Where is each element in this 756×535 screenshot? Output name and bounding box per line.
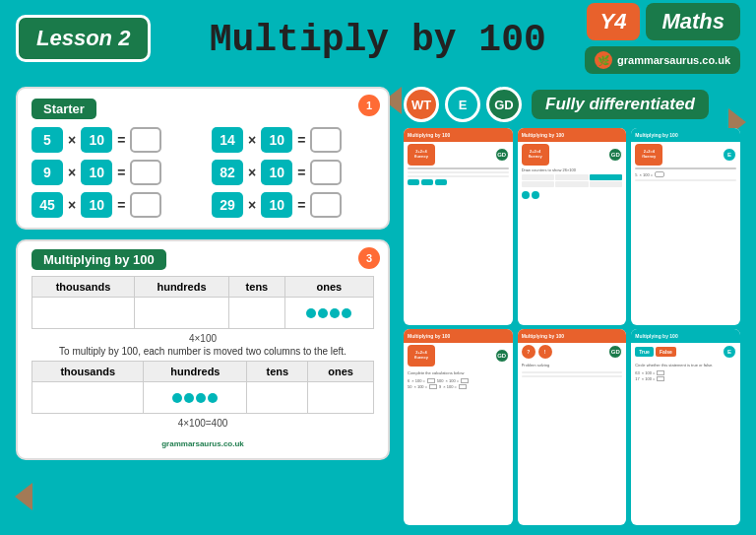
ws-3-logo: 2+2=4fluency (635, 144, 662, 166)
cell2-o1 (308, 382, 374, 414)
math-row-2: 9 × 10 = 82 × 10 = (32, 160, 374, 185)
label-4x100: 4×100 (32, 333, 374, 344)
place-value-table-1: thousands hundreds tens ones (32, 276, 374, 329)
num-45: 45 (32, 192, 63, 218)
times-1: × (68, 132, 76, 148)
title-bold-text: 100 (478, 19, 545, 61)
dot-4 (342, 308, 351, 318)
times-3: × (68, 197, 76, 213)
worksheet-4[interactable]: Multiplying by 100 2+2=4fluency GD Compl… (404, 329, 513, 526)
worksheet-2[interactable]: Multiplying by 100 2+2=4fluency GD Draw … (518, 128, 627, 325)
problem-r3: 29 × 10 = (212, 192, 374, 218)
answer-r1[interactable] (310, 127, 342, 153)
num-10-2: 10 (81, 160, 112, 185)
ws-1-title: Multiplying by 100 (408, 132, 450, 138)
lesson-badge: Lesson 2 (16, 15, 151, 62)
col2-tens: tens (247, 362, 308, 382)
num-10-3: 10 (81, 192, 112, 218)
ws-2-title: Multiplying by 100 (522, 132, 564, 138)
ws-3-lines: 5× 100 = (635, 167, 736, 181)
ws-2-logo: 2+2=4fluency (522, 144, 549, 166)
ws-4-title: Multiplying by 100 (408, 333, 450, 339)
diff-badges: WT E GD (404, 87, 522, 122)
starter-header: Starter (32, 99, 96, 119)
dot-h2 (184, 393, 194, 403)
cell2-te1 (247, 382, 308, 414)
ws-2-topbar: Multiplying by 100 (518, 128, 627, 142)
ws-6-title: Multiplying by 100 (635, 333, 677, 339)
worksheet-3[interactable]: Multiplying by 100 2+2=4fluency E (631, 128, 740, 325)
eq-2: = (117, 165, 125, 180)
ws-3-diff: E (723, 148, 736, 162)
worksheet-1[interactable]: Multiplying by 100 2+2=4fluency GD (404, 128, 513, 325)
grammar-icon: 🌿 (595, 51, 612, 69)
grammar-badge: 🌿 grammarsaurus.co.uk (585, 46, 740, 74)
math-problems: 5 × 10 = 14 × 10 = (32, 127, 374, 218)
ws-4-logo-row: 2+2=4fluency GD (408, 345, 509, 367)
times-r3: × (248, 197, 256, 213)
site-link-text: grammarsaurus.co.uk (161, 439, 244, 448)
col-ones: ones (284, 277, 373, 298)
num-14: 14 (212, 127, 243, 153)
answer-1[interactable] (130, 127, 161, 153)
ws-5-logo-prob: ? (522, 345, 536, 359)
badge-e: E (445, 87, 480, 122)
ws-5-topbar: Multiplying by 100 (518, 329, 627, 343)
num-10-1: 10 (81, 127, 112, 153)
diff-header: WT E GD Fully differentiated (404, 87, 740, 122)
starter-slide-number: 1 (358, 95, 380, 116)
problem-2: 9 × 10 = (32, 160, 194, 185)
answer-3[interactable] (130, 192, 161, 218)
problem-1: 5 × 10 = (32, 127, 194, 153)
answer-2[interactable] (130, 160, 161, 185)
top-right-area: Y4 Maths 🌿 grammarsaurus.co.uk (585, 3, 740, 74)
dot-3 (330, 308, 340, 318)
content-area: 1 Starter 5 × 10 = 14 × 10 (0, 77, 756, 535)
dot-h3 (196, 393, 206, 403)
ws-6-topbar: Multiplying by 100 (631, 329, 740, 343)
num-29: 29 (212, 192, 243, 218)
num-5: 5 (32, 127, 63, 153)
ws-1-diff: GD (495, 148, 509, 162)
worksheet-6[interactable]: Multiplying by 100 True False E Circle w… (631, 329, 740, 526)
ws-4-diff: GD (495, 349, 509, 363)
ws-6-diff: E (723, 345, 736, 359)
right-panel: WT E GD Fully differentiated Multiplying… (404, 87, 740, 525)
ws-1-logo-row: 2+2=4fluency GD (408, 144, 509, 166)
problem-r2: 82 × 10 = (212, 160, 374, 185)
eq-r3: = (297, 197, 305, 213)
dots-hundreds (152, 393, 238, 403)
badge-wt: WT (404, 87, 439, 122)
ws-3-topbar: Multiplying by 100 (631, 128, 740, 142)
eq-3: = (117, 197, 125, 213)
ws-1-logo: 2+2=4fluency (408, 144, 435, 166)
place-value-table-2: thousands hundreds tens ones (32, 361, 374, 414)
ws-4-body: 2+2=4fluency GD Complete the calculation… (404, 343, 513, 526)
ws-2-grid (522, 174, 623, 187)
year-badge: Y4 (587, 3, 641, 40)
left-panel: 1 Starter 5 × 10 = 14 × 10 (16, 87, 390, 525)
cell2-h1 (144, 382, 247, 414)
answer-r2[interactable] (310, 160, 342, 185)
ws-5-title: Multiplying by 100 (522, 333, 564, 339)
answer-r3[interactable] (310, 192, 342, 218)
site-label: grammarsaurus.co.uk (617, 54, 730, 66)
worksheet-5[interactable]: Multiplying by 100 ? ! GD Problem solvin… (518, 329, 627, 526)
title-main-text: Multiply by (210, 19, 479, 61)
badge-gd: GD (486, 87, 522, 122)
ws-4-topbar: Multiplying by 100 (404, 329, 513, 343)
header: Lesson 2 Multiply by 100 Y4 Maths 🌿 gram… (0, 0, 756, 77)
ws-5-body: ? ! GD Problem solving (518, 343, 627, 526)
num-10-r3: 10 (261, 192, 292, 218)
col-thousands: thousands (32, 277, 135, 298)
multiply-header: Multiplying by 100 (32, 249, 166, 270)
ws-1-body: 2+2=4fluency GD (404, 142, 513, 325)
ws-1-lines (408, 167, 509, 185)
fully-diff-label: Fully differentiated (532, 90, 709, 119)
times-2: × (68, 165, 76, 180)
times-r1: × (248, 132, 256, 148)
ws-3-logo-row: 2+2=4fluency E (635, 144, 736, 166)
ws-2-body: 2+2=4fluency GD Draw counters to show 26… (518, 142, 627, 325)
cell2-t1 (32, 382, 144, 414)
ws-row-2: Multiplying by 100 2+2=4fluency GD Compl… (404, 329, 740, 526)
